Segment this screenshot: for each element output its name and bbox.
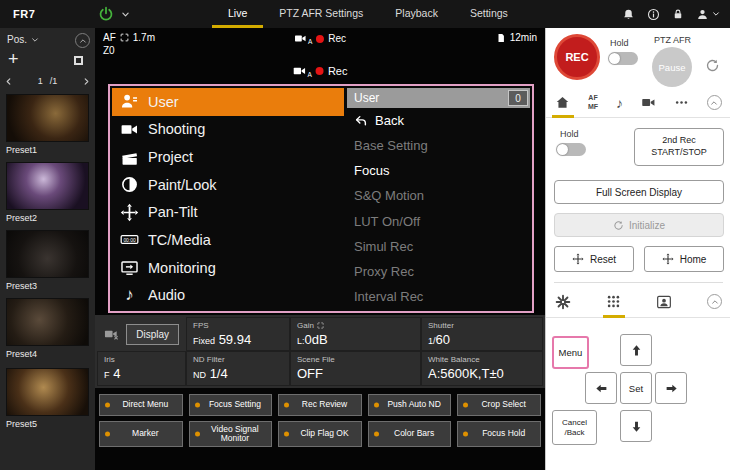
- preset-item-3[interactable]: Preset3: [6, 230, 89, 291]
- assign-label: Color Bars: [394, 429, 434, 438]
- assign-button-focus-hold[interactable]: Focus Hold: [457, 421, 541, 447]
- media-slot: A: [308, 71, 312, 78]
- cancel-back-button[interactable]: Cancel /Back: [552, 410, 597, 445]
- page-prev-icon[interactable]: [4, 77, 13, 86]
- preset-panel-collapse-button[interactable]: [75, 33, 90, 48]
- assign-button-push-auto-nd[interactable]: Push Auto ND: [368, 394, 452, 416]
- tab-live[interactable]: Live: [212, 0, 263, 28]
- tab-more[interactable]: [674, 88, 689, 117]
- preset-item-5[interactable]: Preset5: [6, 368, 89, 429]
- back-icon: [354, 114, 368, 128]
- grid-dots-icon: [606, 294, 621, 309]
- assign-button-color-bars[interactable]: Color Bars: [368, 421, 452, 447]
- power-button[interactable]: [98, 6, 114, 22]
- preset-thumbnail-2[interactable]: [6, 162, 89, 210]
- menu-category-pan-tilt[interactable]: Pan-Tilt: [112, 199, 344, 227]
- assign-label: Focus Hold: [482, 429, 525, 438]
- lock-icon[interactable]: [672, 8, 684, 20]
- pause-button[interactable]: Pause: [652, 47, 692, 87]
- user-icon: [696, 8, 709, 21]
- menu-button[interactable]: Menu: [552, 336, 589, 369]
- assignable-buttons: Direct Menu Focus Setting Rec Review Pus…: [99, 394, 541, 452]
- dpad-up-button[interactable]: [620, 334, 652, 366]
- menu-category-audio[interactable]: ♪ Audio: [112, 281, 344, 309]
- submenu-item-proxy-rec[interactable]: Proxy Rec: [347, 259, 530, 284]
- pad-tabs-collapse-button[interactable]: [707, 294, 722, 309]
- menu-category-shooting[interactable]: Shooting: [112, 116, 344, 144]
- dpad-down-button[interactable]: [620, 410, 652, 442]
- set-button[interactable]: Set: [620, 372, 652, 404]
- tab-iris-flower[interactable]: [555, 286, 571, 317]
- submenu-item-back[interactable]: Back: [347, 108, 530, 133]
- tab-camera[interactable]: [641, 88, 656, 117]
- preset-thumbnail-1[interactable]: [6, 94, 89, 142]
- 2nd-rec-start-stop-button[interactable]: 2nd Rec START/STOP: [634, 128, 724, 166]
- assign-button-rec-review[interactable]: Rec Review: [278, 394, 362, 416]
- menu-category-monitoring[interactable]: Monitoring: [112, 254, 344, 282]
- preset-item-4[interactable]: Preset4: [6, 298, 89, 359]
- stop-button[interactable]: [74, 56, 83, 65]
- menu-category-project[interactable]: Project: [112, 143, 344, 171]
- control-tabs-collapse-button[interactable]: [707, 95, 722, 110]
- tab-ptz-afr-settings[interactable]: PTZ AFR Settings: [263, 0, 379, 28]
- preset-item-2[interactable]: Preset2: [6, 162, 89, 223]
- menu-category-paint-look[interactable]: Paint/Look: [112, 171, 344, 199]
- media-slot: A: [308, 38, 312, 45]
- reset-button[interactable]: Reset: [554, 246, 634, 272]
- assign-label: Focus Setting: [209, 400, 261, 409]
- assign-button-clip-flag-ok[interactable]: Clip Flag OK: [278, 421, 362, 447]
- rec-label: Rec: [328, 33, 346, 44]
- active-tab-underline: [603, 315, 625, 318]
- preset-thumbnail-3[interactable]: [6, 230, 89, 278]
- info-icon[interactable]: [647, 8, 660, 21]
- assign-button-focus-setting[interactable]: Focus Setting: [189, 394, 273, 416]
- home-label: Home: [680, 254, 707, 265]
- initialize-refresh-icon: [613, 220, 624, 231]
- user-account-menu[interactable]: [696, 8, 720, 21]
- dpad-left-button[interactable]: [585, 372, 617, 404]
- add-preset-button[interactable]: +: [8, 50, 19, 68]
- notification-bell-icon[interactable]: [622, 8, 635, 21]
- submenu-item-simul-rec[interactable]: Simul Rec: [347, 234, 530, 259]
- preset-thumbnail-5[interactable]: [6, 368, 89, 416]
- submenu-item-interval-rec[interactable]: Interval Rec: [347, 284, 530, 309]
- assign-button-marker[interactable]: Marker: [99, 421, 183, 447]
- 2nd-rec-hold-toggle[interactable]: [556, 143, 586, 156]
- submenu-item-base-setting[interactable]: Base Setting: [347, 133, 530, 158]
- home-position-button[interactable]: Home: [644, 246, 724, 272]
- tab-ptz-pad[interactable]: [606, 286, 621, 317]
- tab-settings[interactable]: Settings: [454, 0, 524, 28]
- menu-category-tc-media[interactable]: TC/Media: [112, 226, 344, 254]
- tab-playback[interactable]: Playback: [379, 0, 454, 28]
- preset-thumbnail-4[interactable]: [6, 298, 89, 346]
- dpad-right-button[interactable]: [655, 372, 687, 404]
- assign-button-video-signal-monitor[interactable]: Video Signal Monitor: [189, 421, 273, 447]
- submenu-item-label: Simul Rec: [354, 239, 413, 254]
- initialize-button[interactable]: Initialize: [554, 213, 724, 237]
- preset-label: Preset5: [6, 419, 89, 429]
- tab-subject-recognition[interactable]: [656, 286, 672, 317]
- assign-button-crop-select[interactable]: Crop Select: [457, 394, 541, 416]
- rec-dot-icon: [316, 35, 324, 43]
- full-screen-display-button[interactable]: Full Screen Display: [554, 180, 724, 204]
- menu-category-user[interactable]: User: [112, 88, 344, 116]
- audio-note-icon: ♪: [120, 285, 139, 305]
- tab-home[interactable]: [555, 88, 570, 117]
- display-button[interactable]: Display: [126, 324, 179, 345]
- assign-button-direct-menu[interactable]: Direct Menu: [99, 394, 183, 416]
- tab-audio[interactable]: ♪: [616, 88, 623, 117]
- rec-hold-toggle[interactable]: [608, 52, 638, 65]
- submenu-item-lut-on-off[interactable]: LUT On/Off: [347, 209, 530, 234]
- rec-button[interactable]: REC: [554, 34, 600, 80]
- preset-item-1[interactable]: Preset1: [6, 94, 89, 155]
- power-chevron-down-icon[interactable]: [121, 10, 130, 19]
- control-tabs: AFMF ♪: [546, 88, 730, 118]
- position-dropdown[interactable]: Pos.: [7, 34, 39, 45]
- 2nd-rec-hold-label: Hold: [560, 129, 579, 139]
- ptz-afr-restart-icon[interactable]: [705, 58, 720, 73]
- tab-af-mf[interactable]: AFMF: [588, 88, 598, 117]
- page-next-icon[interactable]: [82, 77, 91, 86]
- submenu-item-focus[interactable]: Focus: [347, 158, 530, 183]
- arrow-down-icon: [630, 420, 643, 433]
- submenu-item-sq-motion[interactable]: S&Q Motion: [347, 183, 530, 208]
